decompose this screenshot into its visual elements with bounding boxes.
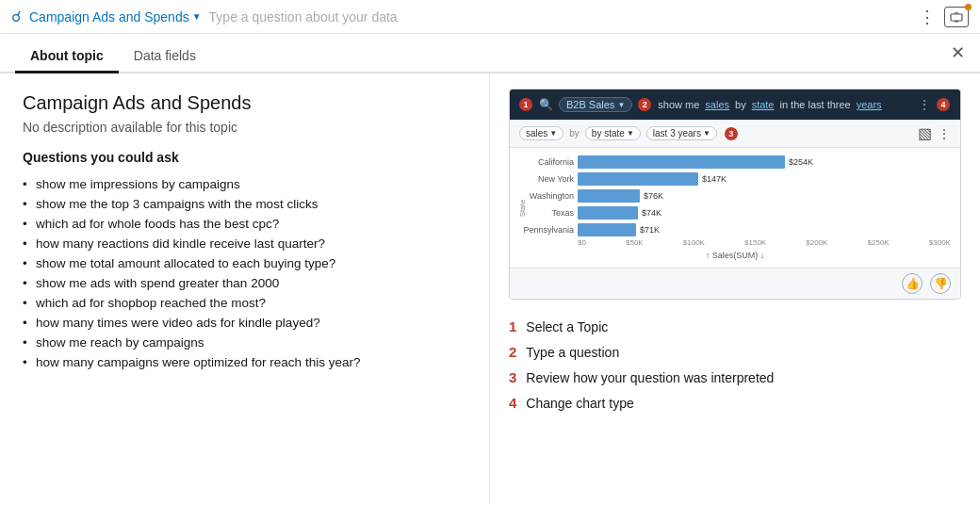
svg-rect-1: [955, 21, 958, 23]
step-badge-2: 2: [638, 98, 651, 111]
bar-track: $147K: [578, 172, 951, 186]
question-input-placeholder: Type a question about your data: [209, 9, 911, 24]
close-button[interactable]: ✕: [951, 44, 965, 61]
chart-y-axis-label: State: [518, 199, 527, 217]
bar-fill: [578, 189, 640, 203]
topic-title: Campaign Ads and Spends: [23, 92, 466, 114]
step-item: 2 Type a question: [509, 344, 961, 360]
bar-fill: [578, 155, 785, 169]
step-badge-1: 1: [519, 98, 532, 111]
bar-label: California: [519, 157, 574, 167]
topic-label: Campaign Ads and Spends: [29, 9, 189, 24]
question-item[interactable]: how many campaigns were optimized for re…: [23, 352, 466, 372]
tab-data-fields[interactable]: Data fields: [119, 41, 211, 73]
bar-value: $254K: [789, 157, 813, 167]
main-content: Campaign Ads and Spends No description a…: [0, 73, 980, 505]
question-item[interactable]: show me the top 3 campaigns with the mos…: [23, 194, 466, 214]
bar-value: $74K: [642, 208, 662, 218]
question-item[interactable]: show me ads with spend greater than 2000: [23, 273, 466, 293]
filter-by-text: by: [569, 128, 580, 138]
question-item[interactable]: how many times were video ads for kindle…: [23, 313, 466, 333]
step-text: Type a question: [526, 345, 619, 360]
axis-label: $250K: [868, 238, 890, 247]
chart-x-axis: $0$50K$100K$150K$200K$250K$300K: [519, 236, 951, 247]
chart-type-icon[interactable]: ▧: [918, 124, 932, 142]
chart-search-icon: 🔍: [539, 98, 553, 111]
bar-row: Pennsylvania $71K: [519, 223, 951, 236]
header-link-years[interactable]: years: [857, 99, 882, 110]
chip-caret-icon: ▼: [617, 101, 625, 109]
header-more-options-icon[interactable]: ⋮: [918, 97, 931, 112]
notifications-button[interactable]: [944, 7, 969, 27]
bar-row: Texas $74K: [519, 206, 951, 220]
chevron-down-icon: ▼: [192, 11, 202, 22]
filter-chip-sales[interactable]: sales ▼: [519, 126, 564, 140]
chip-label: B2B Sales: [566, 99, 614, 110]
question-item[interactable]: which ad for whole foods has the best cp…: [23, 214, 466, 234]
question-item[interactable]: which ad for shopbop reached the most?: [23, 293, 466, 313]
bar-row: California $254K: [519, 155, 951, 169]
bar-label: Washington: [519, 191, 574, 201]
bar-row: New York $147K: [519, 172, 951, 186]
search-icon: ☌: [11, 8, 22, 25]
step-number: 1: [509, 318, 516, 334]
svg-rect-0: [951, 14, 962, 21]
questions-list: show me impressions by campaignsshow me …: [23, 174, 466, 372]
question-item[interactable]: how many reactions did kindle receive la…: [23, 234, 466, 253]
step-item: 1 Select a Topic: [509, 318, 961, 334]
step-item: 4 Change chart type: [509, 395, 961, 411]
bar-row: Washington $76K: [519, 189, 951, 203]
thumbs-down-button[interactable]: 👎: [930, 273, 951, 294]
left-panel: Campaign Ads and Spends No description a…: [0, 73, 490, 505]
chart-legend: ↑ Sales(SUM) ↓: [519, 247, 951, 262]
thumbs-up-button[interactable]: 👍: [902, 273, 923, 294]
step-badge-3: 3: [725, 127, 738, 140]
topic-chip[interactable]: B2B Sales ▼: [559, 97, 632, 112]
topic-description: No description available for this topic: [23, 120, 466, 135]
top-bar-actions: ⋮: [919, 7, 969, 27]
filter-caret-icon: ▼: [549, 129, 557, 138]
tab-about-topic[interactable]: About topic: [15, 41, 119, 73]
chart-filter-bar: sales ▼ by by state ▼ last 3 years ▼ 3 ▧…: [510, 120, 960, 148]
bell-icon: [950, 11, 963, 23]
bar-fill: [578, 223, 636, 236]
filter-chip-time[interactable]: last 3 years ▼: [646, 126, 717, 140]
bar-fill: [578, 206, 638, 220]
question-item[interactable]: show me total amount allocated to each b…: [23, 253, 466, 273]
bar-value: $147K: [702, 174, 727, 184]
bar-track: $254K: [578, 155, 951, 169]
top-bar: ☌ Campaign Ads and Spends ▼ Type a quest…: [0, 0, 980, 34]
step-text: Change chart type: [526, 396, 633, 411]
topic-selector[interactable]: Campaign Ads and Spends ▼: [29, 9, 202, 24]
header-link-state[interactable]: state: [752, 99, 775, 110]
more-options-icon[interactable]: ⋮: [919, 7, 937, 27]
step-number: 2: [509, 344, 516, 360]
step-text: Select a Topic: [526, 319, 608, 334]
header-link-sales[interactable]: sales: [705, 99, 729, 110]
step-badge-4: 4: [937, 98, 950, 111]
bar-chart: California $254K New York $147K Washingt…: [519, 155, 951, 236]
bar-fill: [578, 172, 698, 186]
axis-label: $150K: [744, 238, 766, 247]
header-text-3: in the last three: [780, 99, 851, 110]
filter-chip-state[interactable]: by state ▼: [585, 126, 641, 140]
bar-label: Texas: [519, 208, 574, 218]
question-item[interactable]: show me reach by campaigns: [23, 333, 466, 352]
bar-value: $71K: [640, 225, 660, 235]
step-text: Review how your question was interpreted: [526, 370, 774, 385]
chart-preview: 1 🔍 B2B Sales ▼ 2 show me sales by state…: [509, 89, 961, 300]
question-item[interactable]: show me impressions by campaigns: [23, 174, 466, 194]
bar-track: $71K: [578, 223, 951, 236]
bar-value: $76K: [644, 191, 663, 201]
axis-label: $100K: [683, 238, 705, 247]
right-panel: 1 🔍 B2B Sales ▼ 2 show me sales by state…: [490, 73, 980, 505]
step-number: 4: [509, 395, 516, 411]
steps-list: 1 Select a Topic 2 Type a question 3 Rev…: [509, 318, 961, 411]
filter-caret-icon-2: ▼: [627, 129, 634, 138]
tabs-container: About topic Data fields ✕: [0, 34, 980, 73]
bar-label: Pennsylvania: [519, 225, 574, 235]
bar-track: $74K: [578, 206, 951, 220]
step-number: 3: [509, 369, 516, 385]
chart-body: State California $254K New York $147K Wa…: [510, 148, 960, 268]
chart-more-icon[interactable]: ⋮: [938, 126, 951, 141]
